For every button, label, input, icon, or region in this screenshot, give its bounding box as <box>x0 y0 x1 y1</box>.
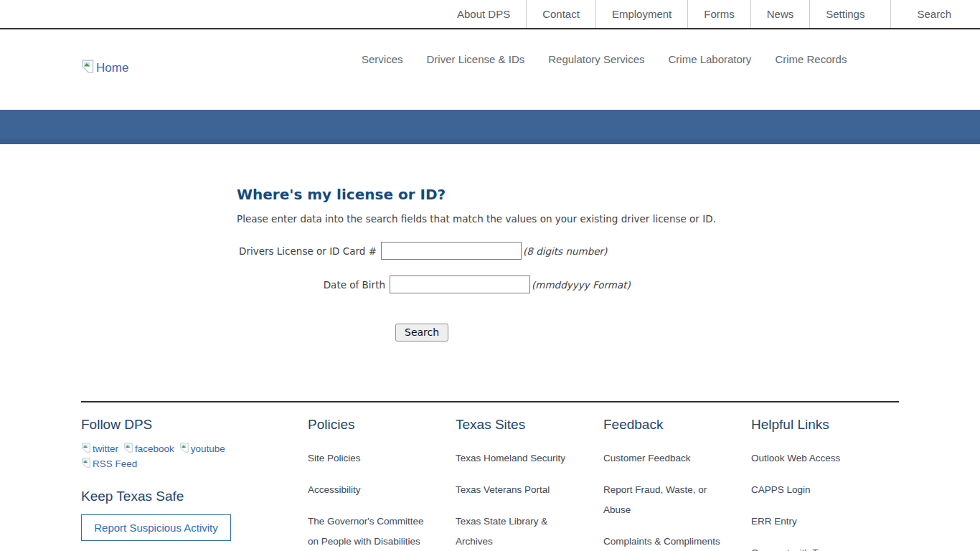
blue-banner <box>0 110 980 144</box>
feedback-heading: Feedback <box>603 417 751 433</box>
social-link-facebook[interactable]: facebook <box>123 443 174 455</box>
footer-link-site-policies[interactable]: Site Policies <box>308 448 437 468</box>
footer-link-capps-login[interactable]: CAPPS Login <box>751 480 880 500</box>
footer-follow-column: Follow DPS twitter <box>81 415 308 551</box>
top-utility-bar: About DPS Contact Employment Forms News … <box>0 0 980 29</box>
topbar-item-news[interactable]: News <box>750 0 810 28</box>
topbar-item-about-dps[interactable]: About DPS <box>441 0 526 28</box>
search-button[interactable]: Search <box>395 324 448 342</box>
home-logo-link[interactable]: Home <box>81 60 128 77</box>
social-label-facebook: facebook <box>135 443 174 454</box>
footer-helpful-links-column: Helpful Links Outlook Web Access CAPPS L… <box>751 415 899 551</box>
topbar-search-link[interactable]: Search <box>890 0 967 28</box>
footer-link-report-fraud[interactable]: Report Fraud, Waste, or Abuse <box>603 480 732 520</box>
license-number-hint: (8 digits number) <box>523 245 607 257</box>
footer-link-complaints-compliments[interactable]: Complaints & Compliments <box>603 532 732 551</box>
primary-nav: Services Driver License & IDs Regulatory… <box>362 49 857 70</box>
keep-texas-safe-heading: Keep Texas Safe <box>81 489 308 504</box>
social-link-rss-feed[interactable]: RSS Feed <box>81 458 137 470</box>
footer-link-customer-feedback[interactable]: Customer Feedback <box>603 448 732 468</box>
site-header: Home Services Driver License & IDs Regul… <box>0 29 980 110</box>
main-content: Where's my license or ID? Please enter d… <box>0 144 980 401</box>
nav-item-crime-records[interactable]: Crime Records <box>775 49 847 70</box>
date-of-birth-hint: (mmddyyyy Format) <box>532 279 631 291</box>
instructions-text: Please enter data into the search fields… <box>237 213 899 225</box>
date-of-birth-input[interactable] <box>390 276 530 293</box>
nav-item-driver-license-ids[interactable]: Driver License & IDs <box>427 49 525 70</box>
texas-sites-heading: Texas Sites <box>456 417 603 433</box>
policies-heading: Policies <box>308 417 456 433</box>
footer-feedback-column: Feedback Customer Feedback Report Fraud,… <box>603 415 751 551</box>
footer-texas-sites-column: Texas Sites Texas Homeland Security Texa… <box>456 415 603 551</box>
social-label-youtube: youtube <box>191 443 225 454</box>
helpful-links-heading: Helpful Links <box>751 417 899 433</box>
license-number-row: Drivers License or ID Card # (8 digits n… <box>237 242 899 260</box>
footer-link-texas-veterans-portal[interactable]: Texas Veterans Portal <box>456 480 585 500</box>
date-of-birth-label: Date of Birth <box>237 279 390 291</box>
nav-item-crime-laboratory[interactable]: Crime Laboratory <box>668 49 751 70</box>
broken-image-icon <box>81 443 91 455</box>
social-label-twitter: twitter <box>93 443 118 454</box>
license-number-label: Drivers License or ID Card # <box>237 245 381 257</box>
broken-image-icon <box>81 60 95 77</box>
topbar-item-employment[interactable]: Employment <box>595 0 687 28</box>
report-suspicious-activity-button[interactable]: Report Suspicious Activity <box>81 514 231 541</box>
footer-link-governors-committee[interactable]: The Governor's Committee on People with … <box>308 512 437 551</box>
topbar-item-forms[interactable]: Forms <box>687 0 750 28</box>
footer-link-err-entry[interactable]: ERR Entry <box>751 512 880 532</box>
social-label-rss-feed: RSS Feed <box>93 458 137 469</box>
home-alt-text: Home <box>96 61 128 75</box>
footer-policies-column: Policies Site Policies Accessibility The… <box>308 415 456 551</box>
page-title: Where's my license or ID? <box>237 186 899 203</box>
footer-link-texas-state-library[interactable]: Texas State Library & Archives <box>456 512 585 551</box>
footer-link-outlook-web-access[interactable]: Outlook Web Access <box>751 448 880 468</box>
footer-link-compact-with-texans[interactable]: Compact with Texans <box>751 543 880 551</box>
topbar-item-contact[interactable]: Contact <box>526 0 595 28</box>
license-number-input[interactable] <box>381 242 522 260</box>
follow-dps-heading: Follow DPS <box>81 417 308 433</box>
broken-image-icon <box>123 443 133 455</box>
footer-link-texas-homeland-security[interactable]: Texas Homeland Security <box>456 448 585 468</box>
social-links-row: twitter facebook <box>81 443 250 470</box>
topbar-item-settings[interactable]: Settings <box>809 0 890 28</box>
broken-image-icon <box>81 458 91 470</box>
nav-item-regulatory-services[interactable]: Regulatory Services <box>548 49 644 70</box>
footer-link-accessibility[interactable]: Accessibility <box>308 480 437 500</box>
social-link-twitter[interactable]: twitter <box>81 443 118 455</box>
date-of-birth-row: Date of Birth (mmddyyyy Format) <box>237 276 899 293</box>
nav-item-services[interactable]: Services <box>362 49 403 70</box>
social-link-youtube[interactable]: youtube <box>179 443 225 455</box>
footer: Follow DPS twitter <box>0 401 980 551</box>
broken-image-icon <box>179 443 189 455</box>
